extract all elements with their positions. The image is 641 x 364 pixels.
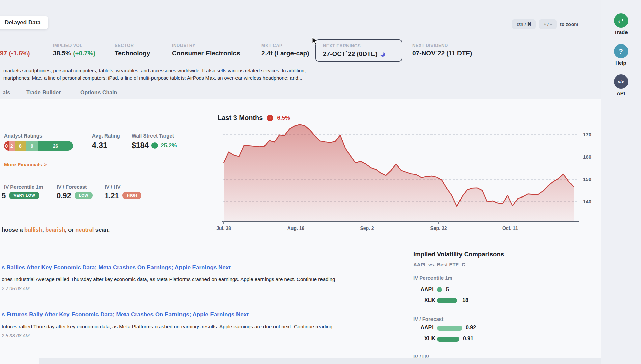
news-article-body: ones Industrial Average rallied Thursday… <box>2 276 335 282</box>
iv-percentile-label: IV Percentile 1m <box>4 184 43 190</box>
scan-sentence: hoose a bullish, bearish, or neutral sca… <box>2 226 110 233</box>
help-button-label: Help <box>601 60 641 66</box>
iv-forecast-value: 0.92LOW <box>57 191 93 200</box>
chart-header: Last 3 Months ↓ 6.5% <box>218 114 290 122</box>
aapl-percentile-value: 5 <box>446 286 449 293</box>
ctrl-key-badge: ctrl / ⌘ <box>512 19 536 29</box>
moon-icon <box>380 51 385 58</box>
iv-hv-label: IV / HV <box>105 184 121 190</box>
ticker-label: AAPL <box>412 286 435 293</box>
trade-button[interactable]: ⇄ <box>614 13 628 28</box>
zoom-hint: ctrl / ⌘ + / − to zoom <box>512 19 578 29</box>
news-article-title[interactable]: s Futures Rally After Key Economic Data;… <box>2 311 249 318</box>
question-mark-icon: ? <box>619 47 623 55</box>
wall-street-target-value-row: $184 ↑ 25.2% <box>132 141 177 150</box>
implied-vol-value: 38.5% (+0.7%) <box>53 50 95 57</box>
iv-percentile-value: 5VERY LOW <box>2 191 39 200</box>
ivc-percentile-label: IV Percentile 1m <box>413 275 452 281</box>
svg-text:150: 150 <box>583 176 591 182</box>
arrow-up-icon: ↑ <box>151 142 158 149</box>
zoom-hint-label: to zoom <box>560 22 578 27</box>
wall-street-target-label: Wall Street Target <box>132 133 174 139</box>
bullish-scan-link[interactable]: bullish <box>24 226 42 233</box>
svg-text:160: 160 <box>583 154 591 160</box>
svg-text:140: 140 <box>583 199 591 204</box>
news-article-timestamp: 2 7:05:08 AM <box>2 286 30 291</box>
sector-value: Technology <box>115 50 150 57</box>
page-header: Delayed Data ctrl / ⌘ + / − to zoom 97 (… <box>0 0 601 99</box>
api-button[interactable]: </> <box>614 74 628 89</box>
ticker-label: XLK <box>412 297 435 303</box>
rating-segment: 2 <box>9 141 15 151</box>
news-article-body: futures rallied Thursday after key econo… <box>2 324 332 329</box>
xlk-forecast-value: 0.91 <box>463 336 473 342</box>
plus-minus-key-badge: + / − <box>539 19 557 29</box>
bearish-scan-link[interactable]: bearish <box>45 226 65 233</box>
avg-rating-value: 4.31 <box>92 141 107 150</box>
api-button-label: API <box>601 90 641 96</box>
right-rail: ⇄ Trade ? Help </> API <box>601 0 641 364</box>
svg-text:Sep. 22: Sep. 22 <box>430 225 447 231</box>
chart-title: Last 3 Months <box>218 114 263 122</box>
svg-text:Jul. 28: Jul. 28 <box>216 225 231 231</box>
iv-comparisons-title: Implied Volatility Comparisons <box>413 251 504 258</box>
aapl-forecast-value: 0.92 <box>466 325 476 331</box>
next-section-edge <box>39 358 601 364</box>
news-article-title[interactable]: s Rallies After Key Economic Data; Meta … <box>2 264 231 271</box>
analyst-ratings-bar: 028926 <box>4 141 73 151</box>
aapl-percentile-dot <box>437 287 442 292</box>
low-badge: LOW <box>75 192 93 199</box>
mkt-cap-value: 2.4t (Large-cap) <box>261 50 309 57</box>
news-article-timestamp: 2 5:33:08 AM <box>2 333 30 338</box>
rating-segment: 26 <box>38 141 73 151</box>
ticker-label: AAPL <box>412 325 435 331</box>
more-financials-link[interactable]: More Financials > <box>4 162 47 168</box>
implied-vol-change: (+0.7%) <box>73 50 95 57</box>
sector-label: SECTOR <box>115 43 134 48</box>
iv-forecast-label: IV / Forecast <box>57 184 87 190</box>
rating-segment: 8 <box>15 141 26 151</box>
price-value: 97 (-1.6%) <box>0 50 30 57</box>
delayed-data-badge: Delayed Data <box>0 16 48 29</box>
iv-comparisons-subtitle: AAPL vs. Best ETF_C <box>413 262 465 267</box>
ivc-forecast-label: IV / Forecast <box>413 316 443 322</box>
rating-segment: 9 <box>26 141 38 151</box>
tab-options-chain[interactable]: Options Chain <box>80 90 117 96</box>
next-earnings-label: NEXT EARNINGS <box>323 43 361 48</box>
svg-text:Sep. 2: Sep. 2 <box>360 225 374 231</box>
next-earnings-value: 27-OCT`22 (0DTE) <box>323 50 385 58</box>
svg-text:Aug. 16: Aug. 16 <box>287 225 305 231</box>
industry-label: INDUSTRY <box>172 43 195 48</box>
divider <box>0 217 189 217</box>
iv-hv-value: 1.21HIGH <box>105 191 141 200</box>
rating-segment: 0 <box>4 141 9 151</box>
svg-text:170: 170 <box>583 132 591 138</box>
next-dividend-value: 07-NOV`22 (11 DTE) <box>412 50 472 57</box>
help-button[interactable]: ? <box>614 44 628 58</box>
xlk-percentile-bar <box>437 298 457 303</box>
wall-street-target-change: 25.2% <box>161 142 177 149</box>
very-low-badge: VERY LOW <box>9 192 39 199</box>
avg-rating-label: Avg. Rating <box>92 133 120 139</box>
mouse-cursor <box>312 37 320 46</box>
company-description-line1: markets smartphones, personal computers,… <box>3 68 306 73</box>
implied-vol-label: IMPLIED VOL <box>53 43 82 48</box>
mkt-cap-label: MKT CAP <box>261 43 282 48</box>
chart-change-value: 6.5% <box>277 115 290 121</box>
divider <box>0 176 189 176</box>
wall-street-target-value: $184 <box>132 141 149 150</box>
tab-fundamentals[interactable]: als <box>3 90 10 96</box>
code-icon: </> <box>618 79 624 84</box>
neutral-scan-link[interactable]: neutral <box>75 226 94 233</box>
ticker-label: XLK <box>412 336 435 342</box>
tab-trade-builder[interactable]: Trade Builder <box>26 90 61 96</box>
xlk-percentile-value: 18 <box>462 297 468 303</box>
svg-text:Oct. 11: Oct. 11 <box>502 225 518 231</box>
price-chart: 170160150140Jul. 28Aug. 16Sep. 2Sep. 22O… <box>216 121 594 236</box>
swap-arrows-icon: ⇄ <box>618 17 624 25</box>
trade-button-label: Trade <box>601 29 641 35</box>
arrow-down-icon: ↓ <box>267 115 273 121</box>
analyst-ratings-label: Analyst Ratings <box>4 133 42 139</box>
industry-value: Consumer Electronics <box>172 50 240 57</box>
high-badge: HIGH <box>122 192 141 199</box>
